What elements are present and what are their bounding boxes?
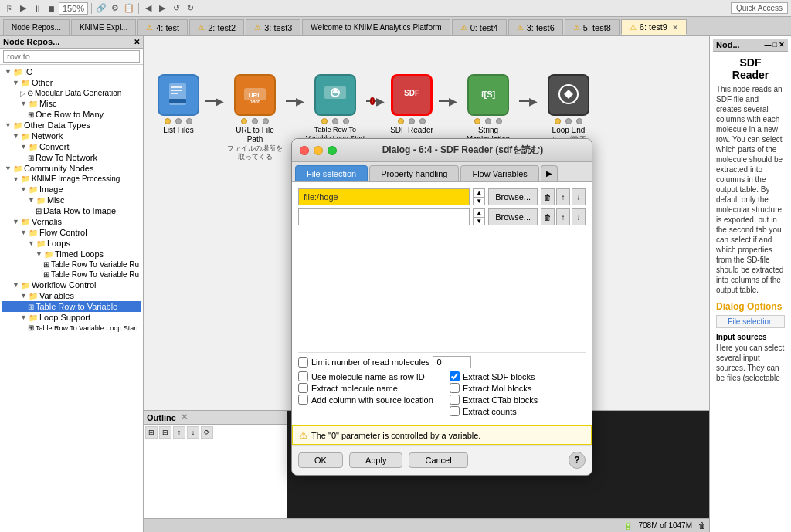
titlebar-maximize-btn[interactable] bbox=[328, 146, 337, 155]
tab-3-test6[interactable]: ⚠ 3: test6 bbox=[508, 19, 563, 35]
browse-btn-2[interactable]: Browse... bbox=[488, 208, 538, 225]
file-down-btn-1[interactable]: ↓ bbox=[572, 188, 586, 205]
tree-item-wf-ctrl[interactable]: ▼ 📁 Workflow Control bbox=[2, 280, 141, 290]
tree-item-knime-img[interactable]: ▼ 📁 KNIME Image Processing bbox=[2, 174, 141, 184]
right-panel-maximize[interactable]: □ bbox=[773, 41, 777, 49]
tree-item-loops[interactable]: ▼ 📁 Loops bbox=[2, 238, 141, 249]
tree-item-image[interactable]: ▼ 📁 Image bbox=[2, 184, 141, 195]
sdf-description: This node reads an SDF file and creates … bbox=[716, 84, 785, 295]
file-spinner-1[interactable]: ▲ ▼ bbox=[473, 188, 485, 205]
tree-item-misc[interactable]: ▼ 📁 Misc bbox=[2, 98, 141, 109]
cancel-button[interactable]: Cancel bbox=[409, 452, 467, 468]
help-button[interactable]: ? bbox=[569, 452, 586, 469]
tree-arrow-loops: ▼ bbox=[28, 239, 35, 247]
extract-sdf-check[interactable] bbox=[450, 371, 460, 381]
tree-item-trv1[interactable]: ⊞ Table Row To Variable Ru bbox=[2, 259, 141, 269]
tree-item-variables[interactable]: ▼ 📁 Variables bbox=[2, 290, 141, 301]
toolbar-icon-11[interactable]: ↻ bbox=[184, 2, 196, 15]
tab-knime-expl-label: KNIME Expl... bbox=[80, 23, 127, 32]
dialog-tab-flow-vars[interactable]: Flow Variables bbox=[460, 165, 538, 181]
left-panel: Node Repos... ✕ ▼ 📁 IO ▼ 📁 Other ▷ ⊙ bbox=[0, 36, 144, 532]
tree-item-misc2[interactable]: ▼ 📁 Misc bbox=[2, 195, 141, 205]
extract-counts-check[interactable] bbox=[450, 406, 460, 416]
toolbar-icon-7[interactable]: 📋 bbox=[123, 2, 135, 15]
ok-button[interactable]: OK bbox=[298, 452, 343, 468]
tree-item-vernalis[interactable]: ▼ 📁 Vernalis bbox=[2, 216, 141, 227]
toolbar-icon-1[interactable]: ⎘ bbox=[3, 2, 15, 15]
quick-access[interactable]: Quick Access bbox=[731, 2, 788, 14]
apply-button[interactable]: Apply bbox=[349, 452, 403, 468]
file-delete-btn-1[interactable]: 🗑 bbox=[541, 188, 555, 205]
tab-5-test8[interactable]: ⚠ 5: test8 bbox=[565, 19, 620, 35]
file-row-1: ▲ ▼ Browse... 🗑 ↑ ↓ bbox=[298, 188, 586, 205]
spinner-down-2[interactable]: ▼ bbox=[474, 218, 484, 225]
spinner-down-1[interactable]: ▼ bbox=[474, 198, 484, 205]
file-input-1[interactable] bbox=[298, 188, 470, 205]
tree-item-row-to-net[interactable]: ⊞ Row To Network bbox=[2, 152, 141, 163]
file-selection-link[interactable]: File selection bbox=[716, 315, 785, 328]
tab-3-test3[interactable]: ⚠ 3: test3 bbox=[246, 19, 300, 35]
tab-node-repos[interactable]: Node Repos... bbox=[3, 19, 70, 35]
toolbar-icon-10[interactable]: ↺ bbox=[170, 2, 182, 15]
toolbar-icon-9[interactable]: ▶ bbox=[156, 2, 168, 15]
right-panel-minimize[interactable]: — bbox=[765, 41, 772, 49]
tree-item-timed[interactable]: ▼ 📁 Timed Loops bbox=[2, 249, 141, 259]
dialog-body: ▲ ▼ Browse... 🗑 ↑ ↓ bbox=[292, 182, 592, 425]
limit-molecules-value[interactable] bbox=[433, 356, 471, 368]
titlebar-minimize-btn[interactable] bbox=[314, 146, 323, 155]
tree-item-table-row-var[interactable]: ⊞ Table Row to Variable bbox=[2, 301, 141, 312]
search-input[interactable] bbox=[3, 50, 140, 63]
spinner-up-1[interactable]: ▲ bbox=[474, 189, 484, 198]
toolbar-icon-2[interactable]: ▶ bbox=[17, 2, 29, 15]
right-panel-close[interactable]: ✕ bbox=[779, 41, 785, 49]
folder-icon-loops: 📁 bbox=[36, 239, 46, 248]
tab-knime-expl[interactable]: KNIME Expl... bbox=[71, 19, 136, 35]
dialog-tab-more[interactable]: ▶ bbox=[541, 165, 558, 181]
tab-warn-icon-6: ⚠ bbox=[573, 23, 580, 32]
tab-6-test9[interactable]: ⚠ 6: test9 ✕ bbox=[621, 19, 687, 35]
browse-btn-1[interactable]: Browse... bbox=[488, 188, 538, 205]
toolbar-icon-5[interactable]: 🔗 bbox=[95, 2, 107, 15]
tree-item-trv2[interactable]: ⊞ Table Row To Variable Ru bbox=[2, 269, 141, 280]
tree-item-data-row-img[interactable]: ⊞ Data Row to Image bbox=[2, 205, 141, 216]
tree-item-io[interactable]: ▼ 📁 IO bbox=[2, 66, 141, 77]
extract-ctab-check[interactable] bbox=[450, 395, 460, 405]
limit-molecules-check[interactable] bbox=[298, 357, 308, 368]
file-up-btn-2[interactable]: ↑ bbox=[556, 208, 570, 225]
use-molecule-name-check[interactable] bbox=[298, 371, 308, 381]
tree-item-loop-support[interactable]: ▼ 📁 Loop Support bbox=[2, 312, 141, 323]
add-source-check[interactable] bbox=[298, 395, 308, 405]
file-up-btn-1[interactable]: ↑ bbox=[556, 188, 570, 205]
left-panel-close[interactable]: ✕ bbox=[134, 38, 140, 46]
file-down-btn-2[interactable]: ↓ bbox=[572, 208, 586, 225]
tree-item-community[interactable]: ▼ 📁 Community Nodes bbox=[2, 163, 141, 174]
node-icon: ⊞ bbox=[28, 110, 34, 119]
toolbar-icon-3[interactable]: ⏸ bbox=[31, 2, 43, 15]
tab-4-test[interactable]: ⚠ 4: test bbox=[137, 19, 188, 35]
tab-close-icon[interactable]: ✕ bbox=[672, 23, 678, 32]
tab-welcome[interactable]: Welcome to KNIME Analytics Platform bbox=[302, 19, 450, 35]
tab-0-test4[interactable]: ⚠ 0: test4 bbox=[452, 19, 507, 35]
tree-item-flow-ctrl[interactable]: ▼ 📁 Flow Control bbox=[2, 227, 141, 238]
dialog-tab-property[interactable]: Property handling bbox=[369, 165, 459, 181]
extract-mol-check[interactable] bbox=[450, 383, 460, 393]
toolbar-icon-8[interactable]: ◀ bbox=[142, 2, 154, 15]
file-delete-btn-2[interactable]: 🗑 bbox=[541, 208, 555, 225]
spinner-up-2[interactable]: ▲ bbox=[474, 209, 484, 218]
tree-item-one-row[interactable]: ⊞ One Row to Many bbox=[2, 109, 141, 120]
tree-item-convert[interactable]: ▼ 📁 Convert bbox=[2, 141, 141, 152]
tree-item-other-data[interactable]: ▼ 📁 Other Data Types bbox=[2, 120, 141, 130]
toolbar-icon-6[interactable]: ⚙ bbox=[109, 2, 121, 15]
tree-item-other[interactable]: ▼ 📁 Other bbox=[2, 77, 141, 88]
dialog-tab-file-selection[interactable]: File selection bbox=[295, 165, 368, 181]
tree-item-modular[interactable]: ▷ ⊙ Modular Data Generation bbox=[2, 88, 141, 98]
right-panel-controls: — □ ✕ bbox=[765, 41, 785, 49]
tab-2-test2[interactable]: ⚠ 2: test2 bbox=[189, 19, 244, 35]
toolbar-icon-4[interactable]: ⏹ bbox=[45, 2, 57, 15]
titlebar-close-btn[interactable] bbox=[300, 146, 309, 155]
file-input-2[interactable] bbox=[298, 208, 470, 225]
extract-molecule-name-check[interactable] bbox=[298, 383, 308, 393]
tree-item-trvls[interactable]: ⊞ Table Row To Variable Loop Start bbox=[2, 323, 141, 333]
file-spinner-2[interactable]: ▲ ▼ bbox=[473, 208, 485, 225]
tree-item-network[interactable]: ▼ 📁 Network bbox=[2, 130, 141, 141]
